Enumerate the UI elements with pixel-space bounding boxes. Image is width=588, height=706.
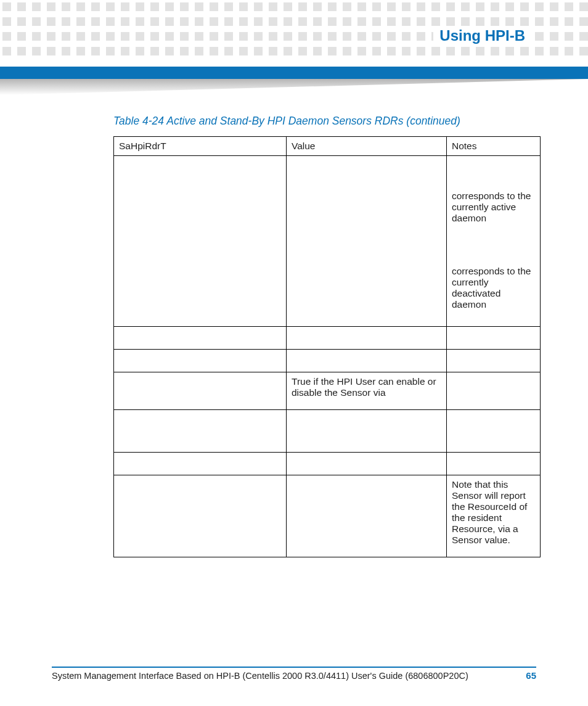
table-header-row: SaHpiRdrT Value Notes [114, 137, 541, 156]
header-wedge-shadow [0, 79, 588, 96]
table-row: Note that this Sensor will report the Re… [114, 475, 541, 557]
footer-text: System Management Interface Based on HPI… [52, 671, 468, 681]
content-area: Table 4-24 Active and Stand-By HPI Daemo… [113, 115, 540, 557]
cell [114, 453, 287, 475]
note-active-daemon: corresponds to the currently active daem… [452, 166, 535, 224]
cell: True if the HPI User can enable or disab… [287, 372, 447, 410]
cell [287, 327, 447, 350]
footer-rule [52, 667, 536, 668]
cell [447, 410, 541, 453]
cell [287, 350, 447, 372]
cell [114, 327, 287, 350]
table-row [114, 410, 541, 453]
table-row [114, 453, 541, 475]
cell-notes: corresponds to the currently active daem… [447, 156, 541, 327]
cell [447, 327, 541, 350]
col-header-value: Value [287, 137, 447, 156]
cell [114, 372, 287, 410]
table-row: corresponds to the currently active daem… [114, 156, 541, 327]
cell [447, 372, 541, 410]
cell [447, 350, 541, 372]
page-header-title: Using HPI-B [433, 27, 531, 44]
cell [287, 475, 447, 557]
table-row [114, 327, 541, 350]
cell [114, 156, 287, 327]
header-divider-bar [0, 67, 588, 79]
cell [287, 156, 447, 327]
cell-notes: Note that this Sensor will report the Re… [447, 475, 541, 557]
table-row [114, 350, 541, 372]
table-row: True if the HPI User can enable or disab… [114, 372, 541, 410]
col-header-notes: Notes [447, 137, 541, 156]
cell [114, 475, 287, 557]
page-number: 65 [526, 670, 536, 681]
cell [287, 410, 447, 453]
cell [447, 453, 541, 475]
col-header-sahpirdrt: SaHpiRdrT [114, 137, 287, 156]
svg-marker-2 [0, 79, 588, 95]
rdr-table: SaHpiRdrT Value Notes corresponds to the… [113, 136, 541, 557]
table-caption: Table 4-24 Active and Stand-By HPI Daemo… [113, 115, 540, 128]
cell [114, 350, 287, 372]
cell [287, 453, 447, 475]
cell [114, 410, 287, 453]
note-deactivated-daemon: corresponds to the currently deactivated… [452, 236, 535, 310]
footer: System Management Interface Based on HPI… [52, 670, 536, 681]
